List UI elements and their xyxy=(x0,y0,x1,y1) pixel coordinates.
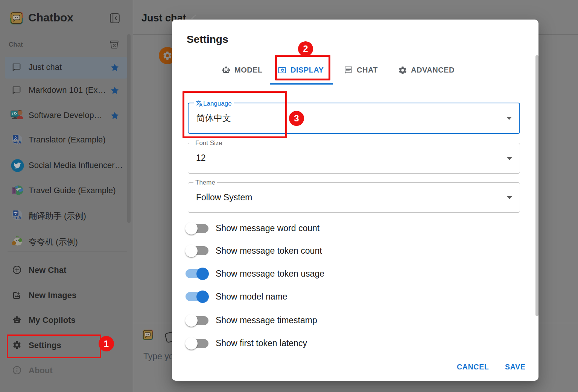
svg-text:A: A xyxy=(18,140,21,144)
svg-text:A: A xyxy=(18,215,21,220)
svg-text:文: 文 xyxy=(14,136,18,140)
svg-text:文: 文 xyxy=(14,211,18,216)
